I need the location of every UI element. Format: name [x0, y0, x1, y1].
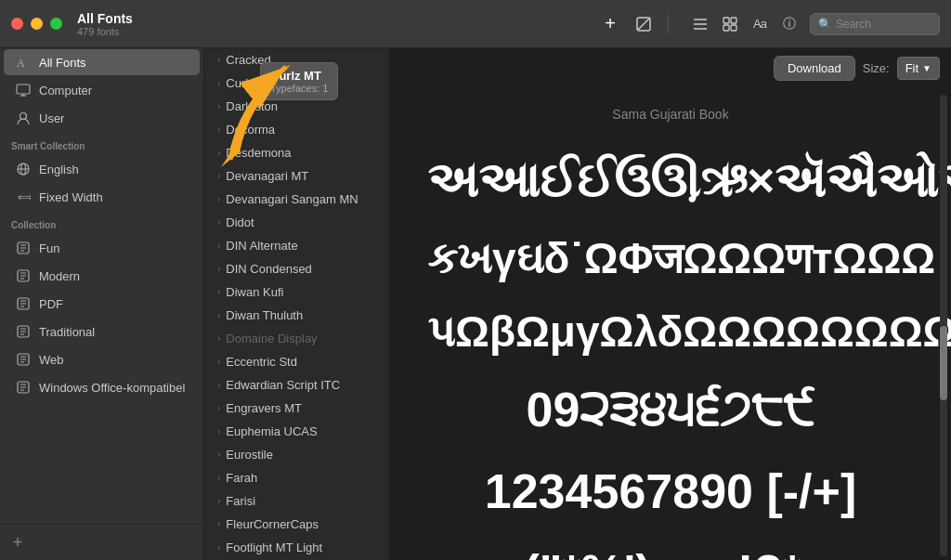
font-list-item[interactable]: › Eccentric Std	[204, 350, 389, 373]
sidebar-item-user[interactable]: User	[4, 105, 200, 131]
sidebar-item-computer[interactable]: Computer	[4, 77, 200, 103]
info-button[interactable]: ⓘ	[776, 11, 802, 37]
titlebar-info: All Fonts 479 fonts	[77, 11, 133, 37]
sidebar-item-label: PDF	[39, 297, 63, 311]
add-font-button[interactable]: +	[597, 11, 623, 37]
minimize-button[interactable]	[31, 18, 43, 30]
chevron-right-icon: ›	[217, 426, 220, 436]
font-list-item[interactable]: › Didot	[204, 211, 389, 234]
search-placeholder: Search	[836, 18, 871, 31]
font-list-item[interactable]: › Devanagari Sangam MN	[204, 188, 389, 211]
chevron-right-icon: ›	[217, 496, 220, 506]
chevron-right-icon: ›	[217, 310, 220, 320]
smart-collection-header: Smart Collection	[0, 132, 203, 155]
preview-panel: Download Size: Fit ▼ Sama Gujarati Book …	[390, 48, 951, 560]
titlebar: All Fonts 479 fonts +	[0, 0, 951, 48]
close-button[interactable]	[11, 18, 23, 30]
font-name-label: Curlz MT	[226, 76, 275, 90]
chevron-right-icon: ›	[217, 403, 220, 413]
font-list-item[interactable]: › DIN Alternate	[204, 234, 389, 257]
fonts-icon: A	[15, 54, 32, 71]
size-value: Fit	[905, 61, 918, 75]
font-list-item[interactable]: › Darleston	[204, 95, 389, 118]
sidebar-item-windows-office[interactable]: Windows Office-kompatibel	[4, 374, 200, 400]
font-name-label: Diwan Kufi	[226, 285, 283, 299]
chevron-right-icon: ›	[217, 148, 220, 158]
sidebar-item-label: User	[39, 111, 64, 125]
font-name-label: Footlight MT Light	[226, 540, 322, 554]
svg-rect-5	[723, 18, 729, 23]
preview-line-2: કખγઘδ˙ΩΦजΩΩΩणтΩΩΩ	[427, 231, 914, 287]
preview-scrollbar[interactable]	[940, 95, 947, 556]
font-list-item[interactable]: › Diwan Thuluth	[204, 304, 389, 327]
no-preview-button[interactable]	[631, 11, 657, 37]
collection-header: Collection	[0, 211, 203, 234]
size-selector[interactable]: Fit ▼	[897, 57, 940, 80]
sidebar-item-pdf[interactable]: PDF	[4, 291, 200, 317]
sidebar-item-fixed-width[interactable]: ⟺ Fixed Width	[4, 184, 200, 210]
font-list-item[interactable]: › Decorma	[204, 118, 389, 141]
search-box[interactable]: 🔍 Search	[810, 13, 940, 35]
chevron-right-icon: ›	[217, 171, 220, 181]
svg-text:A: A	[17, 57, 25, 70]
font-list-item[interactable]: › Farisi	[204, 489, 389, 513]
list-view-button[interactable]	[687, 11, 713, 37]
font-name-label: Devanagari MT	[226, 169, 308, 183]
download-button[interactable]: Download	[774, 56, 855, 81]
font-list-item[interactable]: › Farah	[204, 466, 389, 489]
font-name-label: Farisi	[226, 494, 255, 508]
scrollbar-thumb[interactable]	[940, 326, 947, 400]
font-list-item[interactable]: › Devanagari MT	[204, 164, 389, 188]
sidebar: A All Fonts Computer User	[0, 48, 204, 560]
grid-view-button[interactable]	[717, 11, 743, 37]
font-list-item[interactable]: › Domaine Display	[204, 327, 389, 350]
font-list-item[interactable]: › Desdemona	[204, 141, 389, 164]
sidebar-item-web[interactable]: Web	[4, 346, 200, 372]
chevron-right-icon: ›	[217, 194, 220, 204]
chevron-right-icon: ›	[217, 519, 220, 529]
font-list-item[interactable]: › Cracked	[204, 48, 389, 72]
preview-line-4: 09੨੩੪੫੬੭੮੯	[427, 379, 914, 442]
sidebar-item-label: Fixed Width	[39, 190, 103, 204]
type-view-button[interactable]: Aa	[747, 11, 773, 37]
chevron-right-icon: ›	[217, 101, 220, 111]
chevron-right-icon: ›	[217, 217, 220, 228]
chevron-right-icon: ›	[217, 473, 220, 483]
sidebar-item-all-fonts[interactable]: A All Fonts	[4, 49, 200, 75]
tooltip-subtitle: Typefaces: 1	[270, 83, 328, 94]
chevron-right-icon: ›	[217, 241, 220, 251]
svg-line-1	[638, 19, 649, 30]
sidebar-item-label: Fun	[39, 241, 59, 255]
font-list-item[interactable]: › FleurCornerCaps	[204, 513, 389, 536]
sidebar-item-label: All Fonts	[39, 56, 86, 70]
sidebar-item-fun[interactable]: Fun	[4, 235, 200, 261]
titlebar-actions: +	[597, 11, 940, 37]
font-name-label: Decorma	[226, 123, 275, 137]
preview-content: Sama Gujarati Book અઆઈઈઉઊ઼ઋ×ઍઐઓઔઅઃ કખγઘδ…	[390, 88, 951, 560]
font-name-label: DIN Condensed	[226, 262, 312, 276]
font-name-label: Cracked	[226, 53, 270, 67]
font-list-item[interactable]: › Diwan Kufi	[204, 280, 389, 304]
titlebar-subtitle: 479 fonts	[77, 26, 133, 37]
sidebar-item-modern[interactable]: Modern	[4, 263, 200, 289]
chevron-right-icon: ›	[217, 124, 220, 135]
add-collection-button[interactable]: +	[7, 532, 28, 553]
font-name-label: FleurCornerCaps	[226, 517, 319, 531]
font-list-item[interactable]: › DIN Condensed	[204, 257, 389, 280]
font-list-item[interactable]: › Eurostile	[204, 443, 389, 466]
font-list-item[interactable]: › Euphemia UCAS	[204, 420, 389, 443]
font-list-item-curlz[interactable]: › Curlz MT Curlz MT Typefaces: 1	[204, 72, 389, 95]
font-list-item[interactable]: › Footlight MT Light	[204, 536, 389, 559]
sidebar-item-english[interactable]: English	[4, 156, 200, 182]
chevron-right-icon: ›	[217, 55, 220, 65]
chevron-right-icon: ›	[217, 357, 220, 367]
sidebar-item-traditional[interactable]: Traditional	[4, 319, 200, 345]
sidebar-item-label: English	[39, 163, 79, 176]
font-list-item[interactable]: › Edwardian Script ITC	[204, 373, 389, 397]
font-list-item[interactable]: › Engravers MT	[204, 397, 389, 420]
chevron-right-icon: ›	[217, 542, 220, 553]
sidebar-item-label: Computer	[39, 84, 92, 98]
maximize-button[interactable]	[50, 18, 62, 30]
font-name-label: Diwan Thuluth	[226, 308, 303, 322]
main-layout: A All Fonts Computer User	[0, 48, 951, 560]
